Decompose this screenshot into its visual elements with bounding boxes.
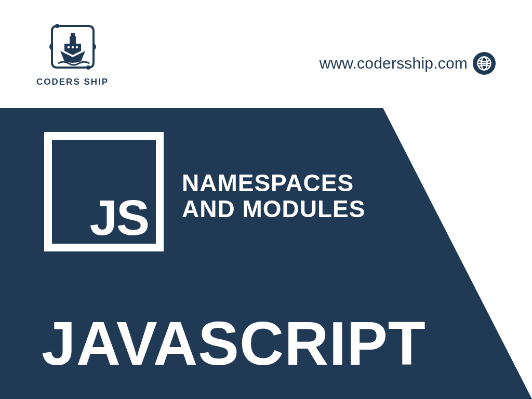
globe-icon xyxy=(473,52,496,75)
svg-point-0 xyxy=(55,24,59,28)
hero-title: JAVASCRIPT xyxy=(42,313,426,374)
brand-logo: CODERS SHIP xyxy=(36,21,109,87)
website-url: www.codersship.com xyxy=(320,52,496,75)
subtitle-line-2: AND MODULES xyxy=(182,196,365,222)
url-text: www.codersship.com xyxy=(320,55,468,72)
hero-panel: JS NAMESPACES AND MODULES JAVASCRIPT xyxy=(0,108,532,399)
svg-point-1 xyxy=(86,65,90,70)
header-row: CODERS SHIP www.codersship.com xyxy=(0,21,532,87)
svg-rect-2 xyxy=(70,36,76,44)
brand-name-label: CODERS SHIP xyxy=(36,77,109,87)
js-badge-text: JS xyxy=(90,193,149,243)
svg-point-5 xyxy=(71,46,73,48)
hero-subtitle: NAMESPACES AND MODULES xyxy=(182,170,365,222)
subtitle-line-1: NAMESPACES xyxy=(182,170,365,196)
svg-rect-3 xyxy=(71,33,75,36)
banner-root: CODERS SHIP www.codersship.com JS NAMESP… xyxy=(0,0,532,399)
js-badge: JS xyxy=(44,132,164,251)
svg-point-4 xyxy=(67,46,69,48)
ship-logo-icon xyxy=(47,21,99,73)
svg-point-6 xyxy=(75,46,77,48)
